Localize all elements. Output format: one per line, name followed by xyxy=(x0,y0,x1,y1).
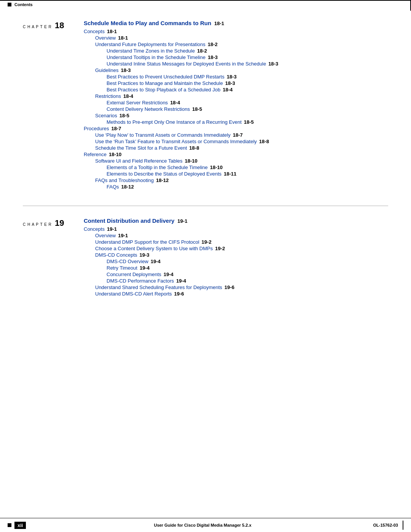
toc-link-18-17[interactable]: Use the ‘Run Task’ Feature to Transmit A… xyxy=(95,139,257,144)
toc-page-18-19: 18-10 xyxy=(109,152,121,157)
toc-link-18-8[interactable]: Best Practices to Manage and Maintain th… xyxy=(107,80,223,86)
toc-entry-19-6: Retry Timeout19-4 xyxy=(107,265,388,271)
toc-page-18-0: 18-1 xyxy=(107,29,117,34)
toc-page-18-3: 18-2 xyxy=(197,48,207,54)
toc-link-18-6[interactable]: Guidelines xyxy=(95,67,118,73)
toc-page-18-6: 18-3 xyxy=(121,67,131,73)
toc-entry-19-0: Concepts19-1 xyxy=(84,226,388,232)
toc-entry-inner-19-9: Understand Shared Scheduling Features fo… xyxy=(95,284,388,290)
toc-link-18-10[interactable]: Restrictions xyxy=(95,93,121,99)
toc-page-19-4: 19-3 xyxy=(140,252,150,258)
toc-entry-19-3: Choose a Content Delivery System to Use … xyxy=(95,246,388,251)
toc-link-19-6[interactable]: Retry Timeout xyxy=(107,265,137,271)
chapter-title-line-18: Schedule Media to Play and Commands to R… xyxy=(84,20,388,26)
toc-link-18-9[interactable]: Best Practices to Stop Playback of a Sch… xyxy=(107,87,220,93)
toc-link-18-3[interactable]: Understand Time Zones in the Schedule xyxy=(107,48,195,54)
toc-link-18-12[interactable]: Content Delivery Network Restrictions xyxy=(107,106,190,112)
toc-entry-inner-18-18: Schedule the Time Slot for a Future Even… xyxy=(95,145,388,151)
toc-entry-inner-18-1: Overview18-1 xyxy=(95,35,388,41)
toc-link-19-4[interactable]: DMS-CD Concepts xyxy=(95,252,137,258)
toc-entry-inner-18-21: Elements of a Tooltip in the Schedule Ti… xyxy=(107,165,388,170)
toc-page-18-10: 18-4 xyxy=(123,93,133,99)
toc-link-18-2[interactable]: Understand Future Deployments for Presen… xyxy=(95,42,206,47)
chapter-label-18: C H A P T E R xyxy=(23,25,52,29)
toc-entry-18-20: Software UI and Field Reference Tables18… xyxy=(95,158,388,164)
toc-entry-inner-18-2: Understand Future Deployments for Presen… xyxy=(95,42,388,47)
chapter-title-18[interactable]: Schedule Media to Play and Commands to R… xyxy=(84,20,211,26)
toc-link-18-18[interactable]: Schedule the Time Slot for a Future Even… xyxy=(95,145,187,151)
toc-entry-inner-18-13: Scenarios18-5 xyxy=(95,113,388,118)
toc-page-19-1: 19-1 xyxy=(118,233,128,238)
toc-link-18-4[interactable]: Understand Tooltips in the Schedule Time… xyxy=(107,54,206,60)
toc-link-19-7[interactable]: Concurrent Deployments xyxy=(107,272,161,277)
toc-link-18-16[interactable]: Use ‘Play Now’ to Transmit Assets or Com… xyxy=(95,132,231,138)
toc-page-19-8: 19-4 xyxy=(176,278,186,284)
toc-entry-19-9: Understand Shared Scheduling Features fo… xyxy=(95,284,388,290)
toc-entry-inner-18-5: Understand Inline Status Messages for De… xyxy=(107,61,388,67)
toc-link-18-13[interactable]: Scenarios xyxy=(95,113,117,118)
toc-link-18-11[interactable]: External Server Restrictions xyxy=(107,100,168,105)
toc-entry-inner-18-20: Software UI and Field Reference Tables18… xyxy=(95,158,388,164)
toc-entry-inner-18-3: Understand Time Zones in the Schedule18-… xyxy=(107,48,388,54)
toc-entry-18-19: Reference18-10 xyxy=(84,152,388,157)
toc-link-19-10[interactable]: Understand DMS-CD Alert Reports xyxy=(95,291,172,297)
toc-link-19-3[interactable]: Choose a Content Delivery System to Use … xyxy=(95,246,213,251)
toc-page-18-24: 18-12 xyxy=(121,184,134,190)
toc-link-18-5[interactable]: Understand Inline Status Messages for De… xyxy=(107,61,266,67)
toc-page-19-9: 19-6 xyxy=(225,284,234,290)
toc-page-18-13: 18-5 xyxy=(119,113,129,118)
toc-page-18-16: 18-7 xyxy=(233,132,243,138)
toc-page-19-6: 19-4 xyxy=(140,265,150,271)
toc-link-18-24[interactable]: FAQs xyxy=(107,184,119,190)
toc-page-18-8: 18-3 xyxy=(225,80,235,86)
toc-link-18-15[interactable]: Procedures xyxy=(84,126,109,131)
toc-page-18-4: 18-3 xyxy=(208,54,218,60)
toc-link-19-0[interactable]: Concepts xyxy=(84,226,105,232)
toc-entry-inner-18-8: Best Practices to Manage and Maintain th… xyxy=(107,80,388,86)
toc-link-19-9[interactable]: Understand Shared Scheduling Features fo… xyxy=(95,284,222,290)
toc-entry-inner-18-10: Restrictions18-4 xyxy=(95,93,388,99)
toc-entry-inner-18-14: Methods to Pre-empt Only One Instance of… xyxy=(107,119,388,125)
toc-entry-inner-18-16: Use ‘Play Now’ to Transmit Assets or Com… xyxy=(95,132,388,138)
toc-link-18-20[interactable]: Software UI and Field Reference Tables xyxy=(95,158,183,164)
toc-link-18-14[interactable]: Methods to Pre-empt Only One Instance of… xyxy=(107,119,242,125)
chapter-label-col-18: C H A P T E R 18 xyxy=(23,20,84,190)
toc-page-19-0: 19-1 xyxy=(107,226,117,232)
toc-entry-18-10: Restrictions18-4 xyxy=(95,93,388,99)
toc-page-18-17: 18-8 xyxy=(259,139,269,144)
toc-link-19-8[interactable]: DMS-CD Performance Factors xyxy=(107,278,174,284)
toc-entry-inner-19-5: DMS-CD Overview19-4 xyxy=(107,259,388,264)
page-number: xii xyxy=(14,522,26,529)
toc-entry-inner-19-6: Retry Timeout19-4 xyxy=(107,265,388,271)
toc-entry-18-0: Concepts18-1 xyxy=(84,29,388,34)
toc-link-18-21[interactable]: Elements of a Tooltip in the Schedule Ti… xyxy=(107,165,208,170)
toc-link-18-0[interactable]: Concepts xyxy=(84,29,105,34)
chapter-divider xyxy=(23,206,388,206)
toc-entry-inner-19-10: Understand DMS-CD Alert Reports19-6 xyxy=(95,291,388,297)
toc-link-19-5[interactable]: DMS-CD Overview xyxy=(107,259,148,264)
toc-entry-inner-19-2: Understand DMP Support for the CIFS Prot… xyxy=(95,239,388,245)
toc-link-18-23[interactable]: FAQs and Troubleshooting xyxy=(95,177,154,183)
toc-page-19-10: 19-6 xyxy=(174,291,184,297)
toc-entry-inner-19-8: DMS-CD Performance Factors19-4 xyxy=(107,278,388,284)
toc-entry-inner-18-15: Procedures18-7 xyxy=(84,126,388,131)
toc-link-18-19[interactable]: Reference xyxy=(84,152,107,157)
toc-link-18-1[interactable]: Overview xyxy=(95,35,116,41)
toc-entry-inner-18-11: External Server Restrictions18-4 xyxy=(107,100,388,105)
toc-entry-18-24: FAQs18-12 xyxy=(107,184,388,190)
toc-link-18-7[interactable]: Best Practices to Prevent Unscheduled DM… xyxy=(107,74,225,80)
toc-link-19-1[interactable]: Overview xyxy=(95,233,116,238)
toc-entry-inner-18-19: Reference18-10 xyxy=(84,152,388,157)
toc-link-19-2[interactable]: Understand DMP Support for the CIFS Prot… xyxy=(95,239,199,245)
toc-entry-18-8: Best Practices to Manage and Maintain th… xyxy=(107,80,388,86)
bottom-square xyxy=(8,523,11,527)
chapter-title-19[interactable]: Content Distribution and Delivery xyxy=(84,217,174,224)
top-bar: Contents xyxy=(0,0,411,8)
chapter-block-18: C H A P T E R 18Schedule Media to Play a… xyxy=(23,20,388,190)
toc-entry-inner-18-4: Understand Tooltips in the Schedule Time… xyxy=(107,54,388,60)
toc-link-18-22[interactable]: Elements to Describe the Status of Deplo… xyxy=(107,171,221,177)
toc-entry-18-2: Understand Future Deployments for Presen… xyxy=(95,42,388,47)
chapter-content-18: Schedule Media to Play and Commands to R… xyxy=(84,20,388,190)
toc-entry-inner-18-6: Guidelines18-3 xyxy=(95,67,388,73)
top-bar-label: Contents xyxy=(14,2,33,7)
